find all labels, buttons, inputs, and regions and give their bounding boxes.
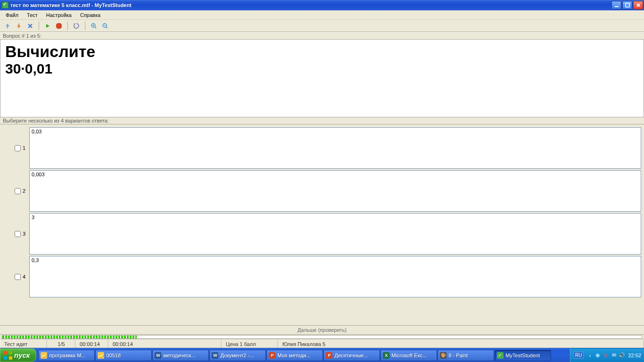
progress-strip xyxy=(0,335,644,339)
tray-back-icon[interactable]: ‹ xyxy=(586,352,593,359)
progress-bar xyxy=(2,335,642,339)
arrow-down-icon[interactable] xyxy=(14,21,24,31)
answer-row: 20,003 xyxy=(3,170,641,212)
menubar: Файл Тест Настройка Справка xyxy=(0,10,644,20)
taskbar-item[interactable]: 📁программа М... xyxy=(38,350,95,361)
answer-number: 4 xyxy=(23,274,25,280)
taskbar-item-label: MyTestStudent xyxy=(505,353,540,358)
app-icon xyxy=(2,2,8,8)
svg-line-4 xyxy=(95,27,96,28)
tray-volume-icon[interactable]: 🔊 xyxy=(619,352,625,359)
minimize-button[interactable] xyxy=(611,1,621,9)
taskbar-item-icon: W xyxy=(155,352,161,359)
status-running: Тест идет xyxy=(0,340,47,348)
menu-help[interactable]: Справка xyxy=(76,11,104,19)
refresh-icon[interactable] xyxy=(72,21,81,31)
menu-test[interactable]: Тест xyxy=(23,11,41,19)
question-number-label: Вопрос # 1 из 5: xyxy=(0,32,644,40)
toolbar xyxy=(0,20,644,32)
taskbar-item-label: 8 - Paint xyxy=(448,353,468,358)
taskbar-item[interactable]: 🎨8 - Paint xyxy=(438,350,494,361)
answer-checkbox-4[interactable] xyxy=(15,274,21,280)
menu-file[interactable]: Файл xyxy=(2,11,22,19)
taskbar-items: 📁программа М...📁00518Wметодическ...WДоку… xyxy=(36,348,570,362)
statusbar: Тест идет 1/5 00:00:14 00:00:14 Цена 1 б… xyxy=(0,339,644,348)
progress-fill xyxy=(2,336,137,338)
answer-checkbox-3[interactable] xyxy=(15,231,21,237)
svg-rect-0 xyxy=(615,6,619,7)
answer-selector: 1 xyxy=(3,145,29,151)
answer-checkbox-1[interactable] xyxy=(15,145,21,151)
tray-icons: ‹ ◉ K ✉ 🔊 xyxy=(586,352,625,359)
taskbar-item-label: Microsoft Exc... xyxy=(391,353,427,358)
taskbar-item[interactable]: 📁00518 xyxy=(95,350,152,361)
answer-text-1[interactable]: 0,03 xyxy=(29,127,641,169)
status-user: Юлия Пикалова 5 xyxy=(278,340,644,348)
status-score: Цена 1 балл xyxy=(222,340,278,348)
toolbar-separator xyxy=(67,22,68,30)
taskbar-item-icon: W xyxy=(212,352,218,359)
taskbar-item-label: 00518 xyxy=(106,353,121,358)
answer-text-4[interactable]: 0,3 xyxy=(29,256,641,297)
taskbar-item-label: Моя методи... xyxy=(277,353,310,358)
question-area: Вычислите 30·0,01 xyxy=(0,40,644,117)
cancel-icon[interactable] xyxy=(25,21,35,31)
maximize-button[interactable] xyxy=(622,1,632,9)
taskbar-item-icon: ✓ xyxy=(497,352,504,359)
taskbar-item-icon: 📁 xyxy=(41,352,47,359)
language-indicator[interactable]: RU xyxy=(573,352,584,359)
start-button[interactable]: пуск xyxy=(0,348,36,362)
taskbar-item[interactable]: PМоя методи... xyxy=(266,350,323,361)
svg-line-8 xyxy=(106,27,107,28)
taskbar-clock[interactable]: 22:52 xyxy=(628,353,641,358)
answer-number: 1 xyxy=(23,145,25,151)
answer-text-2[interactable]: 0,003 xyxy=(29,170,641,212)
play-icon[interactable] xyxy=(43,21,52,31)
zoom-in-icon[interactable] xyxy=(89,21,99,31)
taskbar-item[interactable]: XMicrosoft Exc... xyxy=(380,350,437,361)
answer-row: 40,3 xyxy=(3,256,641,297)
menu-settings[interactable]: Настройка xyxy=(42,11,75,19)
answer-checkbox-2[interactable] xyxy=(15,188,21,194)
tray-mail-icon[interactable]: ✉ xyxy=(611,352,617,359)
status-time1: 00:00:14 xyxy=(75,340,108,348)
close-button[interactable] xyxy=(633,1,643,9)
next-button[interactable]: Дальше (проверить) xyxy=(0,325,644,335)
window-title: тест по математике 5 класс.mtf - MyTestS… xyxy=(10,2,611,8)
zoom-out-icon[interactable] xyxy=(100,21,110,31)
toolbar-separator xyxy=(39,22,39,30)
tray-shield-icon[interactable]: K xyxy=(603,352,609,359)
taskbar-item-icon: X xyxy=(383,352,389,359)
taskbar-item[interactable]: WДокумент2 -... xyxy=(209,350,266,361)
tray-wifi-icon[interactable]: ◉ xyxy=(594,352,601,359)
arrow-up-icon[interactable] xyxy=(3,21,12,31)
status-time2: 00:00:14 xyxy=(108,340,222,348)
toolbar-separator xyxy=(85,22,85,30)
taskbar-item-label: программа М... xyxy=(49,353,85,358)
stop-icon[interactable] xyxy=(54,21,64,31)
answer-selector: 4 xyxy=(3,274,29,280)
svg-marker-2 xyxy=(56,23,62,29)
windows-logo-icon xyxy=(4,351,12,360)
window-titlebar: тест по математике 5 класс.mtf - MyTestS… xyxy=(0,0,644,10)
answers-area: 10,0320,0033340,3 xyxy=(0,124,644,325)
question-line2: 30·0,01 xyxy=(5,61,639,77)
start-label: пуск xyxy=(14,351,30,359)
taskbar-item-icon: P xyxy=(326,352,332,359)
answer-text-3[interactable]: 3 xyxy=(29,213,641,255)
answer-row: 33 xyxy=(3,213,641,255)
answer-selector: 3 xyxy=(3,231,29,237)
instruction-label: Выберите несколько из 4 вариантов ответа… xyxy=(0,117,644,124)
answer-number: 3 xyxy=(23,231,25,237)
svg-rect-1 xyxy=(626,3,629,7)
taskbar-item[interactable]: Wметодическ... xyxy=(152,350,209,361)
taskbar-item[interactable]: PДесятичные... xyxy=(323,350,380,361)
taskbar-item-label: Документ2 -... xyxy=(220,353,254,358)
taskbar: пуск 📁программа М...📁00518Wметодическ...… xyxy=(0,348,644,362)
taskbar-item-label: методическ... xyxy=(163,353,195,358)
taskbar-item-icon: P xyxy=(269,352,275,359)
system-tray: RU ‹ ◉ K ✉ 🔊 22:52 xyxy=(570,348,644,362)
taskbar-item[interactable]: ✓MyTestStudent xyxy=(495,350,551,361)
answer-number: 2 xyxy=(23,188,25,194)
question-line1: Вычислите xyxy=(5,42,639,61)
